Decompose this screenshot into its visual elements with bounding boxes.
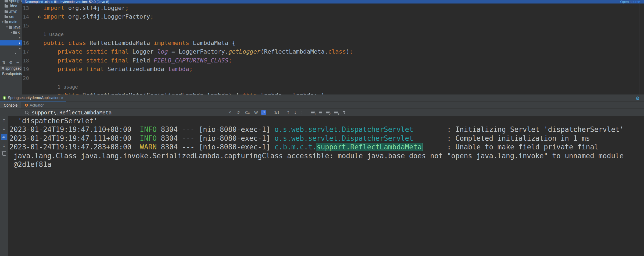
tree-item-node[interactable] (0, 40, 22, 46)
scroll-to-end-icon[interactable] (1, 142, 7, 148)
inlay-hint-row: 1 usage (22, 30, 644, 38)
code-line: 14import org.slf4j.LoggerFactory; (22, 12, 644, 21)
line-number[interactable] (22, 82, 43, 91)
tree-item-src[interactable]: src (0, 14, 22, 19)
search-match-highlight: support.ReflectLambdaMeta (316, 143, 423, 151)
bookmark-item-breakpoints[interactable]: Breakpoints (0, 71, 22, 76)
tree-item--mvn[interactable]: .mvn (0, 9, 22, 14)
spring-boot-icon (3, 96, 6, 100)
next-occurrence-icon[interactable] (294, 109, 297, 116)
filter-exclude-icon[interactable] (319, 109, 322, 116)
tree-item-label: java (13, 25, 20, 29)
tree-item-node[interactable] (0, 45, 22, 51)
filter-sort-icon[interactable] (334, 109, 338, 116)
code-text[interactable]: import org.slf4j.LoggerFactory; (43, 12, 644, 21)
tree-item-springsecu[interactable]: springsecu (0, 0, 22, 3)
console-line: 2023-01-24T19:19:47.111+08:00 INFO 8304 … (9, 134, 644, 143)
clear-search-icon[interactable] (228, 109, 231, 116)
console-segment: : Unable to make field private final (422, 143, 598, 151)
chevron-right-icon[interactable] (18, 47, 22, 50)
code-text[interactable]: 1 usage (43, 82, 644, 91)
folder-icon (5, 21, 8, 23)
soft-wrap-icon[interactable] (1, 134, 7, 140)
filter-add-icon[interactable] (311, 109, 315, 116)
open-results-icon[interactable] (301, 109, 304, 116)
clear-console-icon[interactable] (1, 151, 7, 157)
console-segment: 2023-01-24T19:19:47.111+08:00 (9, 134, 140, 142)
code-segment: Logger (129, 48, 157, 55)
code-text[interactable]: public class ReflectLambdaMeta implement… (43, 39, 644, 47)
previous-occurrence-icon[interactable] (287, 109, 290, 116)
chevron-right-icon[interactable] (18, 36, 22, 39)
code-editor[interactable]: 13import org.slf4j.Logger;14import org.s… (22, 3, 644, 94)
code-text[interactable]: private static final Field FIELD_CAPTURI… (43, 56, 644, 65)
tree-item--idea[interactable]: .idea (0, 3, 22, 9)
up-stack-trace-icon[interactable] (1, 117, 7, 123)
code-text[interactable]: public ReflectLambdaMeta(SerializedLambd… (43, 91, 644, 94)
words-toggle[interactable]: W (254, 109, 258, 116)
regex-toggle[interactable]: .* (261, 109, 266, 116)
filter-funnel-icon[interactable] (342, 109, 346, 116)
code-line: 19 private final SerializedLambda lambda… (22, 65, 644, 73)
bookmark-item-springsecurity[interactable]: springsecurity (0, 66, 22, 71)
code-segment: LambdaMeta { (189, 40, 235, 46)
code-segment: ReflectLambdaMeta(SerializedLambda lambd… (79, 92, 242, 94)
console-body: 'dispatcherServlet'2023-01-24T19:19:47.1… (0, 116, 644, 256)
project-panel: springsecu.idea.mvnsrcmainjavax springse… (0, 0, 22, 94)
tree-item-label: src (9, 15, 14, 19)
collapse-icon[interactable] (16, 61, 20, 65)
run-settings-gear-icon[interactable] (636, 96, 640, 101)
match-case-toggle[interactable]: Cc (245, 109, 250, 116)
line-number[interactable]: 17 (22, 47, 43, 56)
chevron-down-icon[interactable] (10, 31, 13, 34)
chevron-right-icon[interactable] (18, 41, 22, 45)
code-text[interactable]: 1 usage (43, 30, 644, 38)
console-segment: WARN (140, 143, 157, 151)
tree-item-label: .mvn (9, 9, 17, 13)
actuator-icon (25, 104, 28, 107)
console-line: 'dispatcherServlet' (9, 117, 644, 125)
code-text[interactable] (43, 74, 644, 82)
code-text[interactable]: import org.slf4j.Logger; (43, 4, 644, 12)
down-stack-trace-icon[interactable] (1, 126, 7, 132)
open-source-link[interactable]: Open source (620, 0, 640, 3)
code-segment: ReflectLambdaMeta (86, 40, 154, 46)
line-number[interactable]: 15 (22, 21, 43, 30)
tree-item-label: springsecu (9, 0, 22, 3)
code-line: 18 private static final Field FIELD_CAPT… (22, 56, 644, 65)
tree-item-node[interactable] (0, 35, 22, 40)
chevron-down-icon[interactable] (1, 20, 4, 24)
search-history-icon[interactable] (237, 109, 240, 116)
code-segment: import (43, 5, 65, 11)
code-segment: getLogger (228, 48, 260, 55)
line-number[interactable] (22, 30, 43, 38)
settings-gear-icon[interactable] (9, 61, 13, 65)
tree-item-x[interactable]: x (0, 30, 22, 35)
line-number[interactable]: 13 (22, 4, 43, 12)
console-segment: INFO (140, 125, 157, 134)
search-input[interactable]: support\.ReflectLambdaMeta (32, 109, 112, 116)
tree-item-java[interactable]: java (0, 24, 22, 30)
line-number[interactable]: 19 (22, 65, 43, 73)
console-tabbar: Console Actuator (0, 102, 644, 109)
console-segment: c.b.m.c.t. (274, 143, 317, 151)
filter-checked-icon[interactable] (326, 109, 330, 116)
sort-icon[interactable] (2, 61, 6, 65)
line-number[interactable]: 18 (22, 56, 43, 65)
chevron-down-icon[interactable] (5, 25, 9, 29)
line-number[interactable]: 16 (22, 39, 43, 47)
chevron-down-icon[interactable] (14, 52, 17, 55)
run-tab-springsecuritydemoapplication[interactable]: SpringsecuritydemoApplication (0, 94, 66, 101)
folder-icon (5, 10, 8, 13)
code-text[interactable]: private static final Logger log = Logger… (43, 47, 644, 56)
close-icon[interactable] (61, 96, 63, 100)
search-results-count: 1/1 (274, 109, 279, 116)
tree-item-node[interactable] (0, 51, 22, 56)
tab-console[interactable]: Console (0, 102, 21, 108)
tree-item-main[interactable]: main (0, 19, 22, 24)
line-number[interactable]: 20 (22, 74, 43, 82)
code-text[interactable] (43, 21, 644, 30)
code-text[interactable]: private final SerializedLambda lambda; (43, 65, 644, 73)
line-number[interactable] (22, 91, 43, 94)
tab-actuator[interactable]: Actuator (21, 102, 47, 108)
